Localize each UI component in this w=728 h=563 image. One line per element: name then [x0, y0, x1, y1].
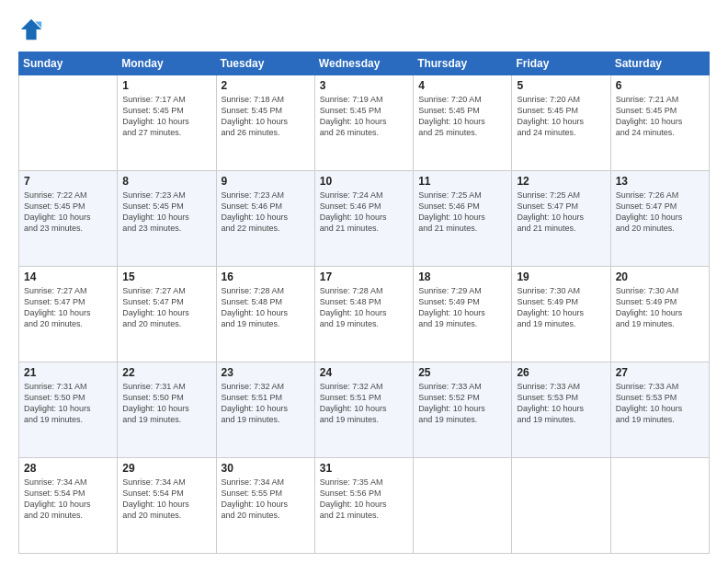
day-info: Sunrise: 7:27 AMSunset: 5:47 PMDaylight:… [24, 285, 112, 330]
day-number: 12 [517, 175, 605, 188]
day-info: Sunrise: 7:31 AMSunset: 5:50 PMDaylight:… [122, 381, 210, 426]
calendar-cell: 30Sunrise: 7:34 AMSunset: 5:55 PMDayligh… [216, 458, 314, 554]
calendar-cell: 12Sunrise: 7:25 AMSunset: 5:47 PMDayligh… [512, 171, 610, 267]
day-info: Sunrise: 7:22 AMSunset: 5:45 PMDaylight:… [24, 190, 112, 235]
weekday-header-wednesday: Wednesday [314, 52, 413, 75]
calendar-cell: 29Sunrise: 7:34 AMSunset: 5:54 PMDayligh… [118, 458, 216, 554]
day-number: 31 [320, 462, 408, 475]
day-info: Sunrise: 7:20 AMSunset: 5:45 PMDaylight:… [517, 94, 605, 139]
calendar-cell: 28Sunrise: 7:34 AMSunset: 5:54 PMDayligh… [19, 458, 118, 554]
calendar-cell [512, 458, 610, 554]
calendar-cell: 26Sunrise: 7:33 AMSunset: 5:53 PMDayligh… [512, 362, 610, 458]
calendar-cell: 25Sunrise: 7:33 AMSunset: 5:52 PMDayligh… [414, 362, 512, 458]
day-info: Sunrise: 7:32 AMSunset: 5:51 PMDaylight:… [222, 381, 310, 426]
day-number: 1 [122, 79, 210, 92]
day-number: 20 [616, 270, 704, 283]
calendar-cell: 1Sunrise: 7:17 AMSunset: 5:45 PMDaylight… [118, 75, 216, 171]
day-number: 18 [418, 270, 506, 283]
day-info: Sunrise: 7:33 AMSunset: 5:53 PMDaylight:… [517, 381, 605, 426]
day-info: Sunrise: 7:21 AMSunset: 5:45 PMDaylight:… [616, 94, 704, 139]
calendar-cell: 6Sunrise: 7:21 AMSunset: 5:45 PMDaylight… [610, 75, 709, 171]
day-info: Sunrise: 7:23 AMSunset: 5:46 PMDaylight:… [222, 190, 310, 235]
calendar-cell: 19Sunrise: 7:30 AMSunset: 5:49 PMDayligh… [512, 267, 610, 362]
day-info: Sunrise: 7:30 AMSunset: 5:49 PMDaylight:… [616, 285, 704, 330]
day-number: 5 [517, 79, 605, 92]
day-number: 24 [320, 366, 408, 379]
calendar-cell: 9Sunrise: 7:23 AMSunset: 5:46 PMDaylight… [216, 171, 314, 267]
calendar-cell [610, 458, 709, 554]
calendar-cell: 11Sunrise: 7:25 AMSunset: 5:46 PMDayligh… [414, 171, 512, 267]
day-number: 25 [418, 366, 506, 379]
calendar-cell: 18Sunrise: 7:29 AMSunset: 5:49 PMDayligh… [414, 267, 512, 362]
calendar-cell: 24Sunrise: 7:32 AMSunset: 5:51 PMDayligh… [314, 362, 413, 458]
day-number: 28 [24, 462, 112, 475]
day-number: 13 [616, 175, 704, 188]
calendar-week-row: 1Sunrise: 7:17 AMSunset: 5:45 PMDaylight… [19, 75, 710, 171]
day-number: 17 [320, 270, 408, 283]
calendar-cell: 23Sunrise: 7:32 AMSunset: 5:51 PMDayligh… [216, 362, 314, 458]
day-number: 11 [418, 175, 506, 188]
day-number: 27 [616, 366, 704, 379]
day-info: Sunrise: 7:30 AMSunset: 5:49 PMDaylight:… [517, 285, 605, 330]
day-number: 9 [222, 175, 310, 188]
calendar-cell [19, 75, 118, 171]
calendar-cell: 8Sunrise: 7:23 AMSunset: 5:45 PMDaylight… [118, 171, 216, 267]
day-number: 26 [517, 366, 605, 379]
day-info: Sunrise: 7:34 AMSunset: 5:54 PMDaylight:… [122, 477, 210, 522]
day-info: Sunrise: 7:17 AMSunset: 5:45 PMDaylight:… [122, 94, 210, 139]
weekday-header-row: SundayMondayTuesdayWednesdayThursdayFrid… [19, 52, 710, 75]
day-number: 21 [24, 366, 112, 379]
day-info: Sunrise: 7:34 AMSunset: 5:54 PMDaylight:… [24, 477, 112, 522]
day-info: Sunrise: 7:35 AMSunset: 5:56 PMDaylight:… [320, 477, 408, 522]
day-info: Sunrise: 7:25 AMSunset: 5:47 PMDaylight:… [517, 190, 605, 235]
calendar-week-row: 14Sunrise: 7:27 AMSunset: 5:47 PMDayligh… [19, 267, 710, 362]
day-info: Sunrise: 7:32 AMSunset: 5:51 PMDaylight:… [320, 381, 408, 426]
calendar-cell: 16Sunrise: 7:28 AMSunset: 5:48 PMDayligh… [216, 267, 314, 362]
logo [18, 17, 48, 42]
day-number: 14 [24, 270, 112, 283]
calendar-cell: 17Sunrise: 7:28 AMSunset: 5:48 PMDayligh… [314, 267, 413, 362]
calendar-cell: 14Sunrise: 7:27 AMSunset: 5:47 PMDayligh… [19, 267, 118, 362]
calendar-cell: 10Sunrise: 7:24 AMSunset: 5:46 PMDayligh… [314, 171, 413, 267]
day-number: 15 [122, 270, 210, 283]
day-info: Sunrise: 7:24 AMSunset: 5:46 PMDaylight:… [320, 190, 408, 235]
calendar-cell: 2Sunrise: 7:18 AMSunset: 5:45 PMDaylight… [216, 75, 314, 171]
day-info: Sunrise: 7:27 AMSunset: 5:47 PMDaylight:… [122, 285, 210, 330]
weekday-header-tuesday: Tuesday [216, 52, 314, 75]
calendar-cell [414, 458, 512, 554]
calendar-week-row: 21Sunrise: 7:31 AMSunset: 5:50 PMDayligh… [19, 362, 710, 458]
weekday-header-sunday: Sunday [19, 52, 118, 75]
day-number: 16 [222, 270, 310, 283]
header [18, 17, 710, 42]
day-info: Sunrise: 7:25 AMSunset: 5:46 PMDaylight:… [418, 190, 506, 235]
day-info: Sunrise: 7:31 AMSunset: 5:50 PMDaylight:… [24, 381, 112, 426]
day-number: 22 [122, 366, 210, 379]
day-info: Sunrise: 7:19 AMSunset: 5:45 PMDaylight:… [320, 94, 408, 139]
day-info: Sunrise: 7:20 AMSunset: 5:45 PMDaylight:… [418, 94, 506, 139]
calendar-cell: 27Sunrise: 7:33 AMSunset: 5:53 PMDayligh… [610, 362, 709, 458]
day-number: 29 [122, 462, 210, 475]
calendar-cell: 3Sunrise: 7:19 AMSunset: 5:45 PMDaylight… [314, 75, 413, 171]
day-number: 8 [122, 175, 210, 188]
logo-icon [18, 17, 44, 42]
day-number: 30 [222, 462, 310, 475]
calendar-week-row: 7Sunrise: 7:22 AMSunset: 5:45 PMDaylight… [19, 171, 710, 267]
day-number: 10 [320, 175, 408, 188]
calendar-cell: 31Sunrise: 7:35 AMSunset: 5:56 PMDayligh… [314, 458, 413, 554]
calendar-table: SundayMondayTuesdayWednesdayThursdayFrid… [18, 52, 710, 554]
weekday-header-friday: Friday [512, 52, 610, 75]
calendar-cell: 5Sunrise: 7:20 AMSunset: 5:45 PMDaylight… [512, 75, 610, 171]
calendar-cell: 13Sunrise: 7:26 AMSunset: 5:47 PMDayligh… [610, 171, 709, 267]
calendar-cell: 7Sunrise: 7:22 AMSunset: 5:45 PMDaylight… [19, 171, 118, 267]
weekday-header-monday: Monday [118, 52, 216, 75]
day-number: 6 [616, 79, 704, 92]
calendar-week-row: 28Sunrise: 7:34 AMSunset: 5:54 PMDayligh… [19, 458, 710, 554]
day-info: Sunrise: 7:28 AMSunset: 5:48 PMDaylight:… [320, 285, 408, 330]
day-info: Sunrise: 7:34 AMSunset: 5:55 PMDaylight:… [222, 477, 310, 522]
day-info: Sunrise: 7:29 AMSunset: 5:49 PMDaylight:… [418, 285, 506, 330]
weekday-header-saturday: Saturday [610, 52, 709, 75]
calendar-cell: 21Sunrise: 7:31 AMSunset: 5:50 PMDayligh… [19, 362, 118, 458]
page: SundayMondayTuesdayWednesdayThursdayFrid… [0, 0, 728, 563]
day-number: 23 [222, 366, 310, 379]
calendar-cell: 22Sunrise: 7:31 AMSunset: 5:50 PMDayligh… [118, 362, 216, 458]
